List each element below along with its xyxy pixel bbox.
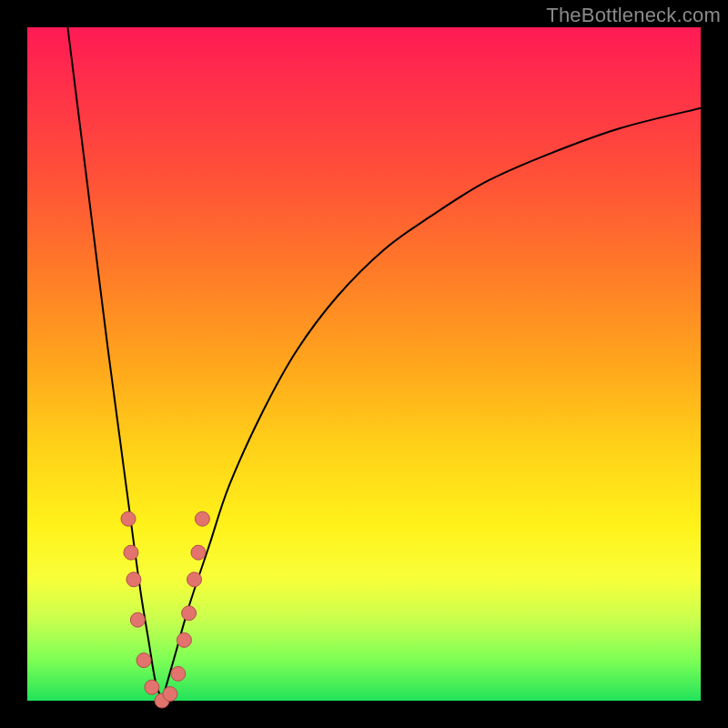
watermark-text: TheBottleneck.com bbox=[546, 4, 721, 27]
curve-right bbox=[162, 108, 701, 701]
sample-dot bbox=[136, 653, 151, 668]
sample-dot bbox=[130, 612, 145, 627]
chart-frame: TheBottleneck.com bbox=[0, 0, 728, 728]
sample-dot bbox=[171, 666, 186, 681]
sample-dot bbox=[187, 572, 202, 587]
sample-dot bbox=[124, 545, 138, 560]
sample-dot bbox=[182, 606, 197, 621]
sample-dot bbox=[195, 511, 209, 526]
sample-dot bbox=[126, 572, 141, 587]
sample-dot bbox=[191, 545, 206, 560]
plot-area bbox=[27, 27, 701, 701]
curve-left bbox=[67, 27, 162, 701]
sample-dot bbox=[177, 632, 191, 647]
chart-svg bbox=[27, 27, 701, 701]
sample-dot bbox=[163, 687, 177, 702]
sample-dot bbox=[145, 680, 159, 694]
sample-dot bbox=[121, 511, 136, 526]
